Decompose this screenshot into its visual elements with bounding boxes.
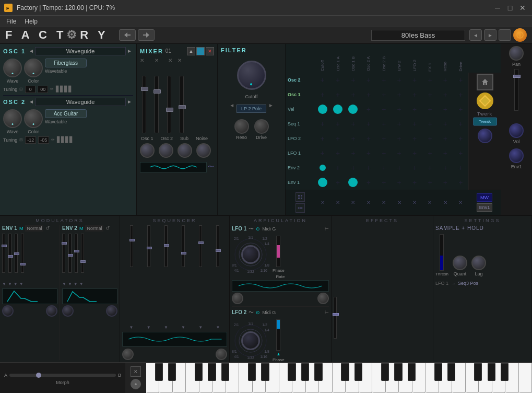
seq-knob2[interactable] bbox=[216, 349, 227, 360]
matrix-cell-0-2[interactable]: + bbox=[346, 73, 361, 87]
env2-track3[interactable] bbox=[75, 234, 78, 273]
fader-noise[interactable] bbox=[180, 76, 184, 133]
matrix-cell-0-7[interactable]: + bbox=[422, 73, 438, 87]
matrix-cell-7-5[interactable]: + bbox=[392, 175, 407, 190]
osc1-wave-knob[interactable] bbox=[3, 59, 22, 77]
env1-reset-icon[interactable]: ↺ bbox=[45, 225, 50, 231]
osc1-tuning-semi[interactable]: 0 bbox=[25, 86, 36, 93]
matrix-cell-0-5[interactable]: + bbox=[392, 73, 407, 87]
matrix-cell-1-9[interactable]: + bbox=[453, 87, 468, 102]
lfo1-knob1[interactable] bbox=[232, 293, 243, 304]
osc2-tuning-cent[interactable]: -05 bbox=[38, 136, 49, 144]
matrix-cell-3-3[interactable]: + bbox=[361, 117, 376, 131]
matrix-cell-0-6[interactable]: + bbox=[407, 73, 422, 87]
nav-back-button[interactable] bbox=[119, 29, 136, 41]
env2-track1[interactable] bbox=[62, 234, 65, 273]
matrix-cell-2-9[interactable]: + bbox=[453, 102, 468, 117]
black-key-1-0.65[interactable] bbox=[248, 363, 256, 382]
filter-type-prev[interactable]: ◄ bbox=[229, 102, 234, 115]
matrix-cell-7-6[interactable]: + bbox=[407, 175, 422, 190]
black-key-1-1.65[interactable] bbox=[261, 363, 269, 382]
matrix-cell-4-0[interactable]: + bbox=[315, 131, 330, 146]
osc2-color-knob[interactable] bbox=[24, 109, 43, 128]
matrix-cell-1-2[interactable]: + bbox=[346, 87, 361, 102]
mixer-vol3-knob[interactable] bbox=[178, 143, 192, 158]
osc1-tuning-edit[interactable]: ✏ bbox=[50, 87, 54, 91]
minimize-button[interactable]: ─ bbox=[492, 3, 503, 13]
vol-knob[interactable] bbox=[509, 123, 524, 138]
matrix-cell-3-2[interactable]: + bbox=[346, 117, 361, 131]
env2-track2[interactable] bbox=[68, 234, 72, 273]
env1-button[interactable]: Env1 bbox=[477, 203, 493, 212]
matrix-cell-6-1[interactable]: + bbox=[330, 160, 345, 175]
osc1-tuning-cent[interactable]: 00 bbox=[38, 86, 48, 93]
seq-track6[interactable] bbox=[216, 225, 219, 267]
filter-reso-knob[interactable] bbox=[234, 119, 249, 134]
matrix-cell-2-7[interactable]: + bbox=[422, 102, 438, 117]
nav-forward-button[interactable] bbox=[138, 29, 155, 41]
mixer-del-btn[interactable]: ✕ bbox=[206, 47, 214, 55]
matrix-cell-1-4[interactable]: + bbox=[376, 87, 392, 102]
env2-track4[interactable] bbox=[81, 234, 84, 273]
lfo1-knob2[interactable] bbox=[317, 293, 329, 304]
piano-ctrl-2[interactable]: ● bbox=[131, 379, 141, 389]
matrix-cell-5-7[interactable]: + bbox=[422, 146, 438, 160]
matrix-cell-7-4[interactable]: + bbox=[376, 175, 392, 190]
osc2-tuning-edit[interactable]: ✏ bbox=[51, 137, 55, 142]
seq-track3[interactable] bbox=[164, 225, 168, 267]
filter-type-btn[interactable]: LP 2 Pole bbox=[237, 105, 266, 113]
mute-sub[interactable]: ✕ bbox=[168, 57, 172, 63]
matrix-cell-1-8[interactable]: + bbox=[438, 87, 453, 102]
mixer-active-btn[interactable] bbox=[196, 47, 205, 55]
matrix-cell-5-5[interactable]: + bbox=[392, 146, 407, 160]
osc2-next[interactable]: ► bbox=[126, 99, 133, 105]
matrix-cell-2-4[interactable]: + bbox=[376, 102, 392, 117]
black-key-1-3.65[interactable] bbox=[288, 363, 295, 382]
sh-lag-knob[interactable] bbox=[471, 256, 486, 270]
env2-bottom-knob2[interactable] bbox=[106, 305, 117, 317]
matrix-cell-7-2[interactable] bbox=[346, 175, 361, 190]
black-key-0-3.65[interactable] bbox=[195, 363, 203, 382]
mw-button[interactable]: MW bbox=[477, 193, 492, 202]
black-key-1-4.65[interactable] bbox=[301, 363, 309, 382]
matrix-grid-icon[interactable] bbox=[295, 192, 305, 202]
mixer-vol1-knob[interactable] bbox=[140, 143, 155, 158]
matrix-cell-1-6[interactable]: + bbox=[407, 87, 422, 102]
matrix-cell-1-0[interactable]: + bbox=[315, 87, 330, 102]
matrix-cell-7-7[interactable]: + bbox=[422, 175, 438, 190]
osc2-wave-knob[interactable] bbox=[3, 109, 22, 128]
matrix-cell-2-6[interactable]: + bbox=[407, 102, 422, 117]
matrix-cell-5-6[interactable]: + bbox=[407, 146, 422, 160]
black-key-3-4.65[interactable] bbox=[488, 363, 495, 382]
close-button[interactable]: ✕ bbox=[517, 3, 528, 13]
black-key-3-3.65[interactable] bbox=[474, 363, 482, 382]
seq-track2[interactable] bbox=[147, 225, 150, 267]
lfo1-rate-knob[interactable] bbox=[241, 245, 260, 264]
env1-bottom-knob2[interactable] bbox=[46, 305, 57, 317]
next-preset-button[interactable]: ► bbox=[484, 29, 496, 41]
env1-track3[interactable] bbox=[15, 234, 18, 273]
tweak-button[interactable]: Tweak bbox=[474, 118, 496, 125]
matrix-cell-3-6[interactable]: + bbox=[407, 117, 422, 131]
white-key-28[interactable] bbox=[519, 363, 532, 394]
mute-noise[interactable]: ✕ bbox=[178, 57, 182, 63]
matrix-cell-5-1[interactable]: + bbox=[330, 146, 345, 160]
matrix-cell-1-7[interactable]: + bbox=[422, 87, 438, 102]
matrix-cell-1-3[interactable]: + bbox=[361, 87, 376, 102]
pan-knob[interactable] bbox=[509, 46, 524, 61]
matrix-twerk-knob[interactable] bbox=[478, 129, 492, 143]
matrix-cell-5-9[interactable]: + bbox=[453, 146, 468, 160]
matrix-cell-1-1[interactable]: + bbox=[330, 87, 345, 102]
mixer-up-btn[interactable]: ▲ bbox=[187, 47, 195, 55]
seq-track5[interactable] bbox=[199, 225, 202, 267]
matrix-cell-6-0[interactable] bbox=[315, 160, 330, 175]
matrix-home-btn[interactable] bbox=[477, 74, 493, 90]
lfo1-phase-fader[interactable] bbox=[276, 236, 280, 267]
matrix-cell-3-7[interactable]: + bbox=[422, 117, 438, 131]
matrix-diamond-btn[interactable] bbox=[477, 93, 493, 109]
mute-osc2[interactable]: ✕ bbox=[155, 57, 159, 63]
pan-slider[interactable] bbox=[514, 69, 518, 111]
black-key-0-4.65[interactable] bbox=[208, 363, 216, 382]
osc1-color-knob[interactable] bbox=[24, 59, 43, 77]
matrix-cell-4-5[interactable]: + bbox=[392, 131, 407, 146]
